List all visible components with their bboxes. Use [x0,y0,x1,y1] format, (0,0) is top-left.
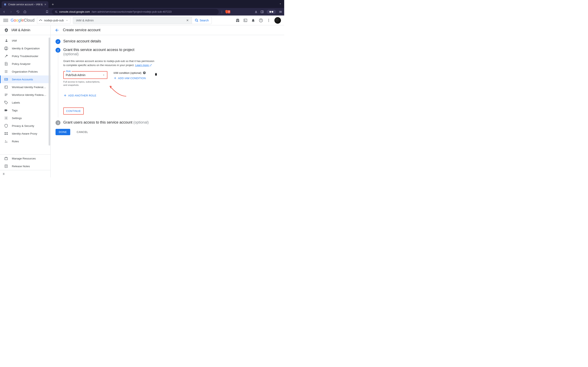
avatar[interactable] [274,17,281,24]
help-icon[interactable] [259,18,263,22]
home-button[interactable] [23,10,27,13]
close-icon[interactable]: ✕ [44,3,46,6]
cloud-shell-icon[interactable] [243,18,247,22]
step-3: 3 Grant users access to this service acc… [56,120,221,125]
learn-more-link[interactable]: Learn more [135,64,152,67]
svg-rect-19 [7,132,8,133]
plus-icon [113,76,117,80]
trash-icon [154,72,158,76]
sidebar-item-release-notes[interactable]: Release Notes [0,162,51,170]
briefcase-icon [4,156,8,160]
sidepanel-icon[interactable] [260,10,264,13]
back-arrow-button[interactable] [55,28,59,33]
back-button[interactable] [2,10,6,13]
brave-shield-icon[interactable]: 3 [225,10,230,14]
search-input[interactable]: IAM & Admin ✕ [73,17,192,24]
svg-rect-18 [5,132,6,133]
step-2-indicator: 2 [56,48,61,53]
delete-role-button[interactable] [154,72,158,76]
project-selector[interactable]: nodejs-pub-sub [37,17,71,24]
project-name: nodejs-pub-sub [44,19,64,22]
svg-point-9 [6,39,7,40]
browser-chrome: Create service account – IAM & ✕ + conso… [0,0,284,16]
sidebar-item-iam[interactable]: IAM [0,37,51,44]
forward-button [9,10,13,13]
search-icon [195,18,199,22]
gcp-logo[interactable]: Google Cloud [11,18,35,23]
sidebar-item-analyzer[interactable]: Policy Analyzer [0,60,51,68]
svg-rect-20 [5,134,6,135]
sidebar-item-workforce[interactable]: Workforce Identity Federa… [0,91,51,99]
step-3-title[interactable]: Grant users access to this service accou… [63,120,221,125]
incognito-badge[interactable] [267,10,276,14]
nav-menu-button[interactable] [3,18,8,23]
svg-point-6 [268,20,269,21]
more-icon[interactable] [267,18,271,22]
gcp-header: Google Cloud nodejs-pub-sub IAM & Admin … [0,16,284,25]
done-button[interactable]: DONE [56,129,70,135]
svg-point-16 [5,101,6,102]
list-icon [4,69,8,74]
sidebar-collapse-button[interactable] [0,170,51,177]
tabs-menu-icon[interactable] [279,0,282,8]
plus-icon [63,94,67,97]
shield-icon [4,3,7,6]
sidebar-item-tags[interactable]: Tags [0,106,51,114]
gear-icon [4,116,8,120]
role-field-label: Role [65,70,72,72]
chevron-left-icon [2,172,6,175]
browser-tab[interactable]: Create service account – IAM & ✕ [2,1,48,8]
sidebar-item-troubleshooter[interactable]: Policy Troubleshooter [0,52,51,60]
address-bar: console.cloud.google.com/iam-admin/servi… [0,8,284,16]
add-iam-condition-button[interactable]: ADD IAM CONDITION [113,76,146,80]
role-selector[interactable]: Role Pub/Sub Admin [63,71,107,79]
search-button[interactable]: Search [192,17,212,24]
notifications-icon[interactable] [251,18,255,22]
reload-button[interactable] [16,10,20,13]
chevron-down-icon [103,74,105,76]
role-description: Full access to topics, subscriptions, an… [63,80,104,87]
sidebar-item-org-policies[interactable]: Organization Policies [0,68,51,75]
page-title: Create service account [63,28,100,32]
add-another-role-button[interactable]: ADD ANOTHER ROLE [63,94,221,97]
svg-point-11 [6,47,7,48]
proxy-icon [4,132,8,136]
tab-strip: Create service account – IAM & ✕ + [0,0,284,8]
svg-rect-12 [5,78,8,80]
browser-menu-icon[interactable] [279,10,282,13]
url-input[interactable]: console.cloud.google.com/iam-admin/servi… [52,9,219,15]
sidebar-item-service-accounts[interactable]: Service Accounts [0,75,51,83]
notes-icon [4,164,8,168]
step-2-title: Grant this service account access to pro… [63,48,221,56]
chevron-down-icon [66,19,68,22]
sidebar-header[interactable]: IAM & Admin [0,25,51,35]
svg-point-13 [5,79,6,80]
new-tab-button[interactable]: + [50,2,56,7]
continue-button[interactable]: CONTINUE [64,108,83,114]
sidebar-item-workload[interactable]: Workload Identity Federat… [0,83,51,91]
sidebar-item-identity[interactable]: Identity & Organization [0,44,51,52]
sidebar: IAM & Admin IAM Identity & Organization … [0,25,51,177]
scrollbar[interactable] [49,38,50,146]
help-icon[interactable] [143,71,146,75]
bookmark-icon[interactable] [45,10,49,13]
sidebar-item-privacy[interactable]: Privacy & Security [0,122,51,130]
clear-search-icon[interactable]: ✕ [186,18,189,22]
cancel-button[interactable]: CANCEL [75,129,90,135]
sidebar-item-iap[interactable]: Identity-Aware Proxy [0,130,51,137]
svg-point-15 [5,87,6,87]
step-3-indicator: 3 [56,120,61,125]
download-icon[interactable] [254,10,258,13]
step-1-title[interactable]: Service account details [63,39,221,43]
sidebar-item-roles[interactable]: Roles [0,137,51,145]
sidebar-item-manage-resources[interactable]: Manage Resources [0,155,51,162]
gift-icon[interactable] [236,18,240,22]
iam-condition-label: IAM condition (optional) [113,71,146,75]
shield-icon [4,124,8,128]
sidebar-item-settings[interactable]: Settings [0,114,51,122]
project-icon [39,20,42,21]
sidebar-item-labels[interactable]: Labels [0,99,51,106]
search-bar: IAM & Admin ✕ Search [73,17,212,24]
menu-icon [4,93,8,97]
account-icon [4,46,8,50]
